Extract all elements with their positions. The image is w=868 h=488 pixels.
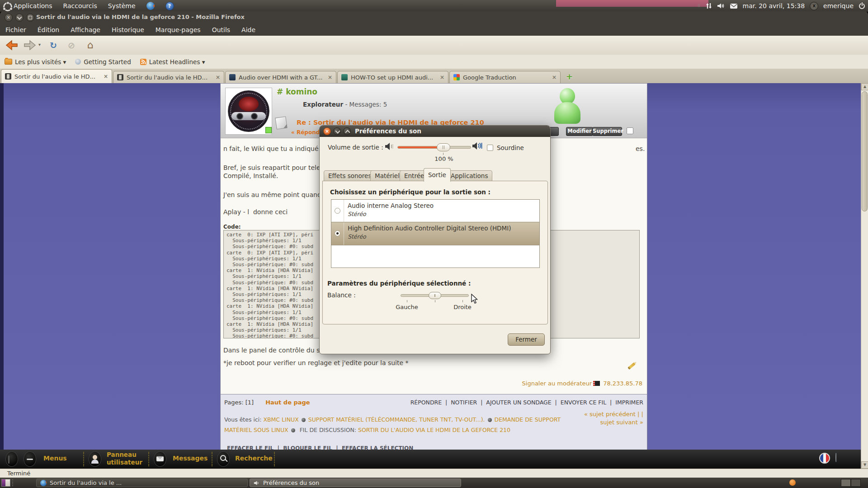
tab-applications[interactable]: Applications bbox=[446, 170, 492, 181]
page-scrollbar[interactable]: ▲ ▼ bbox=[861, 83, 868, 469]
tab-close-icon[interactable]: × bbox=[440, 74, 444, 80]
tab-close-icon[interactable]: × bbox=[104, 73, 108, 80]
top-of-page-link[interactable]: Haut de page bbox=[265, 399, 310, 406]
tab-close-icon[interactable]: × bbox=[552, 74, 557, 80]
footer-menus-link[interactable]: Menus bbox=[43, 455, 67, 462]
tray-notification-icon[interactable] bbox=[789, 479, 796, 486]
previous-topic-link[interactable]: « sujet précédent | | bbox=[584, 411, 643, 418]
menu-edition[interactable]: Édition bbox=[38, 26, 59, 33]
scroll-up-button[interactable]: ▲ bbox=[861, 83, 868, 90]
bookmark-latest-headlines[interactable]: Latest Headlines ▾ bbox=[140, 58, 205, 66]
bookmark-getting-started[interactable]: Getting Started bbox=[75, 58, 131, 66]
bookmark-most-visited[interactable]: Les plus visités ▾ bbox=[5, 58, 66, 66]
firefox-launcher-icon[interactable] bbox=[146, 2, 155, 10]
breadcrumb-link-board[interactable]: XBMC LINUX bbox=[263, 416, 298, 423]
supprimer-button[interactable]: Supprimer bbox=[592, 127, 622, 136]
home-button[interactable]: ⌂ bbox=[84, 39, 97, 52]
balance-slider-handle[interactable] bbox=[429, 292, 441, 299]
menu-systeme[interactable]: Système bbox=[108, 2, 136, 9]
tab-2[interactable]: Sortir du l'audio via le HD...× bbox=[113, 71, 224, 83]
next-topic-link[interactable]: sujet suivant » bbox=[600, 419, 643, 426]
tab-sortie-active[interactable]: Sortie bbox=[424, 168, 451, 182]
speaker-low-icon bbox=[385, 142, 395, 150]
collap-left-icon[interactable] bbox=[5, 451, 18, 467]
tab-1-active[interactable]: Sortir du l'audio via le HD...× bbox=[1, 69, 112, 83]
search-icon[interactable] bbox=[217, 451, 230, 467]
forward-button[interactable] bbox=[24, 39, 36, 51]
user-avatar-icon[interactable]: x bbox=[810, 2, 818, 10]
taskbar-window-sound-prefs[interactable]: Préférences du son bbox=[250, 479, 461, 487]
tab-close-icon[interactable]: × bbox=[328, 74, 332, 80]
window-title: Sortir du l'audio via le HDMI de la gefo… bbox=[36, 11, 245, 23]
radio-selected-icon[interactable] bbox=[335, 230, 340, 236]
menu-applications[interactable]: Applications bbox=[14, 2, 52, 9]
taskbar-window-firefox[interactable]: Sortir du l'audio via le ... bbox=[36, 479, 248, 487]
mail-tray-icon[interactable] bbox=[730, 3, 738, 9]
nav-history-caret[interactable]: ▾ bbox=[38, 42, 41, 47]
window-close-button[interactable]: × bbox=[5, 14, 13, 22]
post-author[interactable]: # komino bbox=[277, 87, 317, 96]
volume-slider-track[interactable] bbox=[397, 146, 471, 149]
bookmarks-toolbar: Les plus visités ▾ Getting Started Lates… bbox=[0, 55, 868, 69]
dialog-minimize-icon[interactable] bbox=[333, 127, 341, 135]
tab-3[interactable]: Audio over HDMI with a GT...× bbox=[225, 71, 336, 83]
device-row-analog[interactable]: Audio interne Analog Stereo Stéréo bbox=[331, 200, 539, 222]
reload-button[interactable]: ↻ bbox=[47, 39, 60, 52]
window-maximize-button[interactable] bbox=[26, 14, 34, 22]
tab-close-icon[interactable]: × bbox=[216, 74, 220, 80]
menu-historique[interactable]: Historique bbox=[112, 26, 144, 33]
messages-icon[interactable] bbox=[154, 451, 166, 467]
network-updown-icon[interactable] bbox=[706, 3, 712, 9]
volume-tray-icon[interactable] bbox=[717, 3, 725, 9]
mute-checkbox[interactable] bbox=[487, 145, 493, 151]
device-row-hdmi-selected[interactable]: High Definition Audio Controller Digital… bbox=[331, 222, 539, 245]
power-icon[interactable] bbox=[859, 3, 865, 9]
footer-messages-link[interactable]: Messages bbox=[173, 455, 208, 462]
footer-user-panel-link[interactable]: Panneau utilisateur bbox=[107, 451, 147, 466]
breadcrumb-link-support[interactable]: SUPPORT MATÉRIEL (TÉLÉCOMMANDE, TUNER TN… bbox=[308, 416, 485, 423]
report-moderator-link[interactable]: Signaler au modérateur bbox=[522, 380, 592, 387]
help-launcher-icon[interactable]: ? bbox=[165, 2, 174, 10]
tab-4[interactable]: HOW-TO set up HDMI audi...× bbox=[337, 71, 448, 83]
dialog-titlebar[interactable]: × Préférences du son bbox=[320, 126, 550, 137]
poster-ip[interactable]: 78.233.85.78 bbox=[603, 380, 642, 387]
menu-affichage[interactable]: Affichage bbox=[71, 26, 100, 33]
dialog-close-icon[interactable]: × bbox=[323, 127, 331, 135]
menu-outils[interactable]: Outils bbox=[212, 26, 230, 33]
volume-slider-handle[interactable] bbox=[437, 143, 450, 151]
post-select-checkbox[interactable] bbox=[627, 127, 633, 134]
ubuntu-logo-icon[interactable] bbox=[3, 2, 12, 11]
new-tab-button[interactable]: + bbox=[566, 72, 573, 81]
menu-fichier[interactable]: Fichier bbox=[5, 26, 26, 33]
edit-pencil-icon[interactable] bbox=[627, 362, 636, 370]
mute-label[interactable]: Sourdine bbox=[497, 144, 524, 151]
modifier-button[interactable]: Modifier bbox=[566, 127, 593, 136]
breadcrumb-link-thread[interactable]: SORTIR DU L'AUDIO VIA LE HDMI DE LA GEFO… bbox=[358, 427, 510, 433]
stop-button[interactable]: ⊘ bbox=[65, 39, 78, 52]
window-minimize-button[interactable] bbox=[15, 14, 24, 22]
post-author-rank: Explorateur - Messages: 5 bbox=[303, 101, 387, 108]
menu-marque-pages[interactable]: Marque-pages bbox=[156, 26, 201, 33]
user-name[interactable]: emerique bbox=[823, 2, 854, 9]
footer-search-link[interactable]: Recherche bbox=[235, 455, 273, 462]
tab-materiel[interactable]: Matériel bbox=[370, 170, 404, 181]
fermer-button[interactable]: Fermer bbox=[508, 333, 545, 346]
globe-icon[interactable] bbox=[835, 453, 836, 462]
user-panel-icon[interactable] bbox=[89, 451, 101, 467]
back-button[interactable] bbox=[5, 39, 18, 51]
thread-action-links[interactable]: RÉPONDRE | NOTIFIER | AJOUTER UN SONDAGE… bbox=[410, 399, 643, 406]
french-flag-icon[interactable] bbox=[819, 453, 830, 464]
post-paragraph: Dans le panel de contrôle du son e bbox=[223, 347, 334, 354]
collap-right-icon[interactable] bbox=[24, 451, 36, 467]
tab-5[interactable]: Google Traduction× bbox=[449, 71, 561, 83]
tab-effets-sonores[interactable]: Effets sonores bbox=[324, 170, 376, 181]
dialog-maximize-icon[interactable] bbox=[343, 127, 351, 135]
menu-raccourcis[interactable]: Raccourcis bbox=[63, 2, 97, 9]
show-desktop-button[interactable] bbox=[1, 479, 10, 487]
clock[interactable]: mar. 20 avril, 15:38 bbox=[743, 2, 805, 9]
menu-aide[interactable]: Aide bbox=[241, 26, 255, 33]
scrollbar-thumb[interactable] bbox=[862, 91, 868, 211]
workspace-switcher[interactable] bbox=[841, 479, 861, 487]
scroll-down-button[interactable]: ▼ bbox=[861, 461, 868, 469]
radio-unselected-icon[interactable] bbox=[335, 208, 340, 214]
